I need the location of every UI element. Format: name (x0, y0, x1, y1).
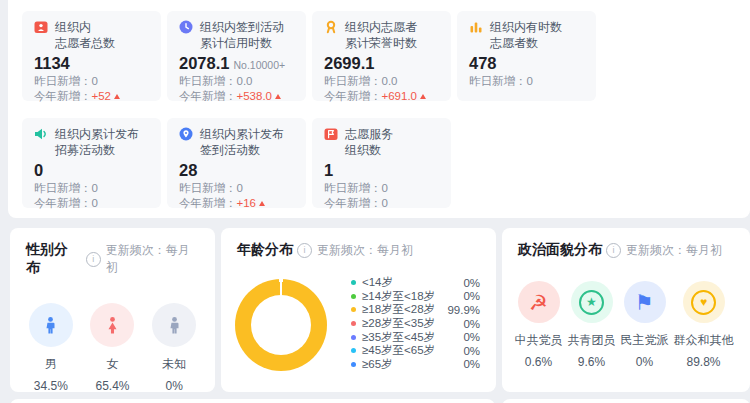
legend-item[interactable]: ≥14岁至<18岁0% (351, 290, 480, 304)
yesterday-row: 昨日新增：0 (179, 181, 296, 195)
stat-card-volunteer-total: 组织内志愿者总数 1134 昨日新增：0 今年新增：+52 (22, 11, 161, 101)
stat-card-value: 2078.1 (179, 54, 229, 73)
panel-title: 年龄分布 (237, 241, 293, 259)
gender-panel: 性别分布 i 更新频次：每月初 男 34.5% (10, 228, 215, 392)
update-frequency: 更新频次：每月初 (317, 242, 413, 259)
bar-chart-icon (469, 20, 483, 34)
flag-icon: ⚑ (635, 292, 654, 313)
yesterday-row: 昨日新增：0 (469, 74, 586, 88)
rank-label: No.10000+ (233, 59, 285, 71)
info-icon[interactable]: i (86, 252, 101, 267)
year-row: 今年新增：+691.0 (324, 89, 441, 103)
party-emblem-icon: ☭ (529, 292, 548, 313)
political-label: 群众和其他 (674, 332, 734, 349)
increase-arrow-icon (114, 94, 120, 99)
age-legend: <14岁0% ≥14岁至<18岁0% ≥18岁至<28岁99.9% ≥28岁至<… (351, 276, 480, 371)
stat-card-volunteers-with-hours: 组织内有时数志愿者数 478 昨日新增：0 (457, 11, 596, 101)
increase-arrow-icon (259, 201, 265, 206)
stat-card-value: 1134 (34, 54, 70, 73)
gender-label: 男 (29, 356, 73, 373)
year-row: 今年新增：+538.0 (179, 89, 296, 103)
info-icon[interactable]: i (606, 243, 621, 258)
stat-card-checkin-activities: 组织内累计发布签到活动数 28 昨日新增：0 今年新增：+16 (167, 118, 306, 208)
legend-dot (351, 307, 356, 312)
gender-percentage: 0% (152, 379, 196, 393)
gender-item-female: 女 65.4% (90, 303, 134, 393)
yesterday-row: 昨日新增：0 (34, 181, 151, 195)
heart-icon: ♥ (691, 290, 716, 315)
stat-card-title: 组织内志愿者累计荣誉时数 (345, 19, 417, 51)
male-icon (41, 316, 60, 335)
info-icon[interactable]: i (297, 243, 312, 258)
legend-dot (351, 294, 356, 299)
legend-dot (351, 362, 356, 367)
gender-label: 未知 (152, 356, 196, 373)
year-row: 今年新增：0 (34, 196, 151, 210)
legend-dot (351, 280, 356, 285)
legend-item[interactable]: ≥28岁至<35岁0% (351, 317, 480, 331)
update-frequency: 更新频次：每月初 (626, 242, 722, 259)
year-row: 今年新增：+52 (34, 89, 151, 103)
panel-title: 政治面貌分布 (518, 241, 602, 259)
stat-card-value: 478 (469, 54, 497, 73)
stat-card-recruit-activities: 组织内累计发布招募活动数 0 昨日新增：0 今年新增：0 (22, 118, 161, 208)
yesterday-row: 昨日新增：0 (34, 74, 151, 88)
increase-arrow-icon (420, 94, 426, 99)
legend-dot (351, 348, 356, 353)
gender-percentage: 34.5% (29, 379, 73, 393)
star-icon: ★ (579, 290, 604, 315)
gender-item-male: 男 34.5% (29, 303, 73, 393)
stat-card-value: 1 (324, 161, 333, 180)
political-panel: 政治面貌分布 i 更新频次：每月初 ☭ 中共党员 0.6% ★ 共青团员 9.6… (502, 228, 750, 392)
stat-card-title: 组织内累计发布签到活动数 (200, 126, 284, 158)
age-panel: 年龄分布 i 更新频次：每月初 <14岁0% ≥14岁至<18岁0% ≥18岁至… (221, 228, 496, 392)
stat-card-value: 28 (179, 161, 197, 180)
next-row-card-right (502, 399, 750, 403)
year-row: 今年新增：+16 (179, 196, 296, 210)
political-item-masses: ♥ 群众和其他 89.8% (674, 281, 734, 369)
political-percentage: 89.8% (674, 355, 734, 369)
stat-card-honor-hours: 组织内志愿者累计荣誉时数 2699.1 昨日新增：0.0 今年新增：+691.0 (312, 11, 451, 101)
megaphone-icon (34, 127, 48, 141)
stat-card-title: 组织内有时数志愿者数 (490, 19, 562, 51)
clock-icon (179, 20, 193, 34)
age-donut-chart (235, 279, 327, 371)
stats-panel: 组织内志愿者总数 1134 昨日新增：0 今年新增：+52 组织内签到活动累计信… (8, 0, 750, 218)
legend-item[interactable]: ≥18岁至<28岁99.9% (351, 303, 480, 317)
folder-user-icon (34, 20, 48, 34)
stat-card-title: 组织内签到活动累计信用时数 (200, 19, 284, 51)
next-row-card-left (10, 399, 495, 403)
political-item-league: ★ 共青团员 9.6% (568, 281, 616, 369)
political-percentage: 0.6% (515, 355, 563, 369)
unknown-person-icon (165, 316, 184, 335)
flag-folder-icon (324, 127, 338, 141)
gender-percentage: 65.4% (90, 379, 134, 393)
dashboard: 组织内志愿者总数 1134 昨日新增：0 今年新增：+52 组织内签到活动累计信… (0, 0, 750, 403)
legend-item[interactable]: ≥65岁0% (351, 358, 480, 372)
panel-title: 性别分布 (26, 241, 82, 277)
stat-card-value: 2699.1 (324, 54, 374, 73)
stat-card-value: 0 (34, 161, 43, 180)
medal-icon (324, 20, 338, 34)
increase-arrow-icon (275, 94, 281, 99)
legend-item[interactable]: ≥35岁至<45岁0% (351, 330, 480, 344)
political-percentage: 9.6% (568, 355, 616, 369)
gender-label: 女 (90, 356, 134, 373)
yesterday-row: 昨日新增：0 (324, 181, 441, 195)
legend-item[interactable]: <14岁0% (351, 276, 480, 290)
political-percentage: 0% (621, 355, 669, 369)
stat-card-title: 组织内累计发布招募活动数 (55, 126, 139, 158)
female-icon (103, 316, 122, 335)
stat-card-credit-hours: 组织内签到活动累计信用时数 2078.1No.10000+ 昨日新增：0.0 今… (167, 11, 306, 101)
political-label: 民主党派 (621, 332, 669, 349)
location-pin-icon (179, 127, 193, 141)
political-label: 共青团员 (568, 332, 616, 349)
stats-grid: 组织内志愿者总数 1134 昨日新增：0 今年新增：+52 组织内签到活动累计信… (22, 11, 596, 208)
political-item-democratic: ⚑ 民主党派 0% (621, 281, 669, 369)
political-label: 中共党员 (515, 332, 563, 349)
legend-dot (351, 335, 356, 340)
legend-item[interactable]: ≥45岁至<65岁0% (351, 344, 480, 358)
gender-item-unknown: 未知 0% (152, 303, 196, 393)
political-item-cpc: ☭ 中共党员 0.6% (515, 281, 563, 369)
yesterday-row: 昨日新增：0.0 (179, 74, 296, 88)
